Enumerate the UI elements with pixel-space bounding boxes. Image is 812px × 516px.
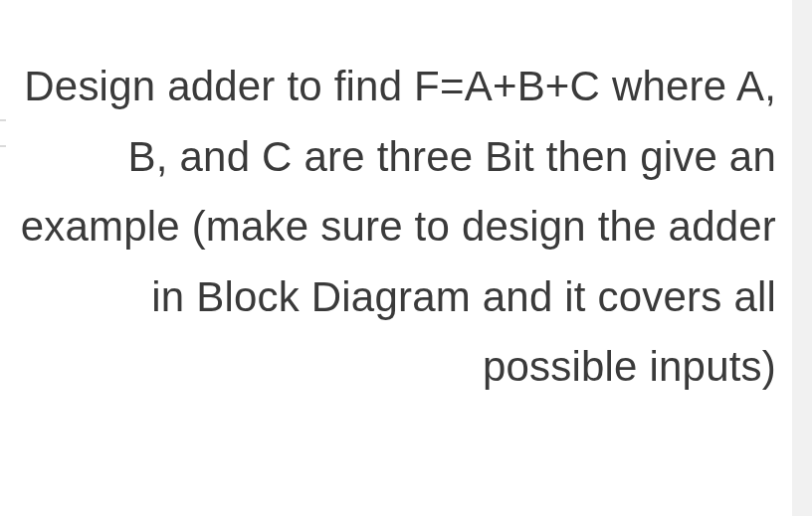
question-text: Design adder to find F=A+B+C where A, B,… [18,52,776,403]
question-content: Design adder to find F=A+B+C where A, B,… [0,52,776,403]
list-marker [0,119,6,147]
scrollbar-track[interactable] [792,0,812,516]
